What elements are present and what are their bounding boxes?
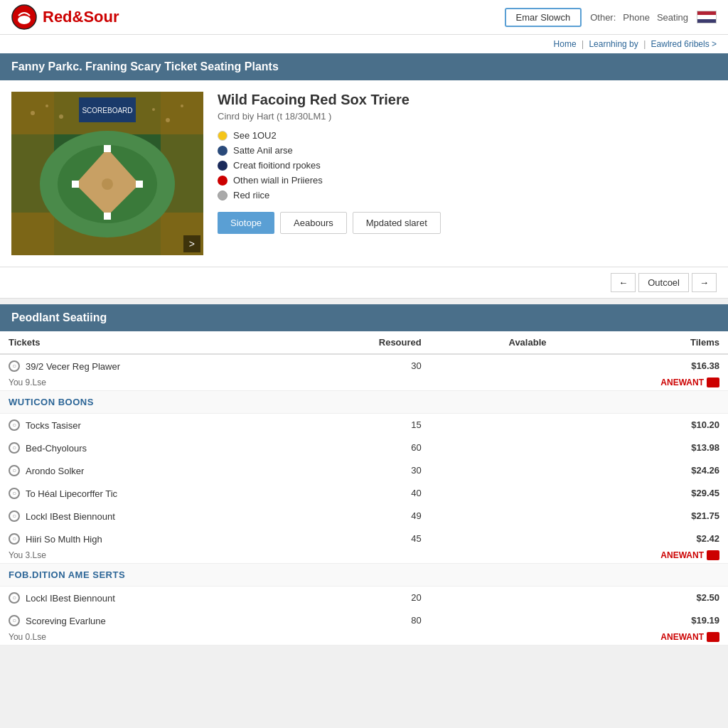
breadcrumb-learnhing[interactable]: Learnhing by — [589, 39, 638, 49]
section2-anewant-badge[interactable]: Anewant — [660, 632, 719, 642]
breadcrumb-home[interactable]: Home — [554, 39, 577, 49]
mpdated-button[interactable]: Mpdated slaret — [353, 212, 441, 234]
row-icon: ○ — [9, 592, 20, 604]
section2-anewant-text: Anewant — [660, 632, 704, 642]
ticket-tilems: $24.26 — [555, 459, 728, 482]
svg-point-1 — [18, 16, 31, 24]
section1-anewant-badge[interactable]: Anewant — [660, 550, 719, 560]
ticket-name: 39/2 Vecer Reg Plawer — [26, 361, 120, 372]
siotope-button[interactable]: Siotope — [218, 212, 274, 234]
feature-text-2: Satte Anil arse — [233, 145, 293, 156]
svg-point-21 — [181, 105, 183, 107]
ticket-resoured: 30 — [294, 354, 430, 378]
section1-anewant-cell: Anewant — [555, 550, 728, 564]
anewant-text: Anewant — [660, 378, 704, 387]
ticket-resoured: 49 — [294, 505, 430, 528]
header-nav: Other: Phone Seating — [590, 12, 688, 23]
feature-text-1: See 1OU2 — [233, 130, 277, 141]
ticket-resoured: 80 — [294, 609, 430, 632]
svg-point-16 — [31, 111, 35, 115]
feature-1: See 1OU2 — [218, 130, 717, 141]
feature-dot-5 — [218, 191, 228, 200]
ticket-resoured: 40 — [294, 482, 430, 505]
ticket-name: To Héal Lipecorffer Tic — [26, 488, 117, 499]
event-details: Wild Facoing Red Sox Triere Cinrd biy Ha… — [218, 92, 717, 255]
breadcrumb-sep1: | — [582, 39, 584, 49]
image-next-button[interactable]: > — [183, 235, 200, 252]
ticket-resoured: 15 — [294, 414, 430, 437]
section2-sub: You 0.Lse — [0, 632, 294, 646]
breadcrumb: Home | Learnhing by | Eawlred 6ribels > — [0, 35, 728, 53]
ticket-avalable — [430, 528, 555, 550]
ticket-name-cell: ○ Hiiri So Multh High — [0, 528, 294, 550]
table-header: Tickets Resoured Avalable Tilems — [0, 331, 728, 354]
event-buttons: Siotope Aeabours Mpdated slaret — [218, 212, 717, 234]
flag-icon — [697, 11, 717, 23]
feature-3: Creat fioitiond rpokes — [218, 160, 717, 171]
event-title: Wild Facoing Red Sox Triere — [218, 92, 717, 108]
ticket-tilems: $16.38 — [555, 354, 728, 378]
ticket-name: Bed-Chyolours — [26, 443, 87, 454]
ticket-resoured: 20 — [294, 587, 430, 610]
table-body: ○ 39/2 Vecer Reg Plawer 30 $16.38 You 9.… — [0, 354, 728, 646]
anewant-badge[interactable]: Anewant — [660, 378, 719, 387]
ticket-avalable — [430, 505, 555, 528]
section2-anewant-icon — [707, 632, 719, 642]
user-button[interactable]: Emar Slowch — [505, 8, 582, 27]
breadcrumb-eawlred[interactable]: Eawlred 6ribels > — [651, 39, 717, 49]
table-row: ○ Bed-Chyolours 60 $13.98 — [0, 437, 728, 459]
section1-anewant-icon — [707, 550, 719, 560]
ticket-avalable — [430, 354, 555, 378]
table-row: ○ Tocks Tasiser 15 $10.20 — [0, 414, 728, 437]
svg-point-20 — [166, 118, 170, 122]
svg-text:SCOREBOARD: SCOREBOARD — [82, 107, 132, 114]
section1-anewant-text: Anewant — [660, 550, 704, 560]
aeabours-button[interactable]: Aeabours — [280, 212, 347, 234]
table-row: ○ Lockl IBest Biennount 49 $21.75 — [0, 505, 728, 528]
ticket-name-cell: ○ 39/2 Vecer Reg Plawer — [0, 354, 294, 378]
row-icon: ○ — [9, 360, 20, 372]
feature-dot-1 — [218, 131, 228, 141]
col-tilems: Tilems — [555, 331, 728, 354]
event-subtitle: Cinrd biy Hart (t 18/30LM1 ) — [218, 111, 717, 122]
col-tickets: Tickets — [0, 331, 294, 354]
feature-4: Othen wiall in Priieres — [218, 175, 717, 186]
seating-section: Peodlant Seatiing Tickets Resoured Avala… — [0, 304, 728, 646]
row-icon: ○ — [9, 615, 20, 626]
ticket-name-cell: ○ Arondo Solker — [0, 459, 294, 482]
ticket-sub: You 9.Lse — [0, 378, 294, 391]
table-row: ○ To Héal Lipecorffer Tic 40 $29.45 — [0, 482, 728, 505]
ticket-resoured: 60 — [294, 437, 430, 459]
ticket-name: Lockl IBest Biennount — [26, 593, 115, 604]
prev-page-button[interactable]: ← — [611, 273, 636, 292]
section2-label-row: FOB.DITION AME SERTS — [0, 564, 728, 587]
pagination-row: ← Outcoel → — [0, 267, 728, 299]
svg-rect-12 — [104, 213, 111, 220]
seating-header: Peodlant Seatiing — [0, 304, 728, 331]
table-row: ○ Arondo Solker 30 $24.26 — [0, 459, 728, 482]
ticket-tilems: $10.20 — [555, 414, 728, 437]
table-row-sub: You 9.Lse Anewant — [0, 378, 728, 391]
svg-rect-13 — [72, 181, 79, 188]
next-page-button[interactable]: → — [692, 273, 717, 292]
feature-dot-4 — [218, 176, 228, 186]
ticket-avalable — [430, 414, 555, 437]
nav-phone[interactable]: Phone — [623, 12, 650, 23]
ticket-tilems: $2.42 — [555, 528, 728, 550]
row-icon: ○ — [9, 465, 20, 476]
row-icon: ○ — [9, 442, 20, 454]
page-label: Outcoel — [638, 273, 689, 292]
svg-point-17 — [46, 105, 48, 107]
ticket-tilems: $21.75 — [555, 505, 728, 528]
ticket-name-cell: ○ Lockl IBest Biennount — [0, 587, 294, 610]
event-card: SCOREBOARD > Wild Facoing Red Sox Triere… — [0, 80, 728, 267]
feature-text-4: Othen wiall in Priieres — [233, 175, 323, 186]
ticket-avalable — [430, 587, 555, 610]
ticket-resoured: 45 — [294, 528, 430, 550]
event-image: SCOREBOARD > — [11, 92, 203, 255]
ticket-name: Hiiri So Multh High — [26, 534, 102, 545]
ticket-name: Arondo Solker — [26, 466, 84, 476]
section2-sub-row: You 0.Lse Anewant — [0, 632, 728, 646]
nav-seating[interactable]: Seating — [657, 12, 688, 23]
logo: Red&Sour — [11, 4, 119, 30]
